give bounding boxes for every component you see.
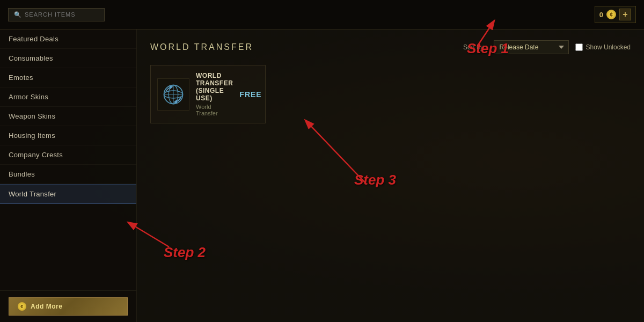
search-input[interactable] xyxy=(25,11,99,18)
coin-icon: ¢ xyxy=(606,10,616,19)
sort-label: Sort by : xyxy=(463,43,487,51)
add-more-coin-icon: ¢ xyxy=(18,302,26,311)
currency-widget: 0 ¢ + xyxy=(595,6,636,23)
add-more-button[interactable]: ¢ Add More xyxy=(9,297,128,316)
show-unlocked-checkbox[interactable] xyxy=(575,43,583,51)
add-currency-button[interactable]: + xyxy=(619,9,631,20)
sidebar-item-world-transfer[interactable]: World Transfer xyxy=(0,184,136,204)
content-header: WORLD TRANSFER Sort by : Release Date Pr… xyxy=(150,40,631,54)
sidebar-item-bundles[interactable]: Bundles xyxy=(0,165,136,184)
item-name: WORLD TRANSFER (SINGLE USE) xyxy=(196,72,233,102)
sidebar-nav: Featured Deals Consumables Emotes Armor … xyxy=(0,30,136,290)
search-box[interactable]: 🔍 xyxy=(8,8,105,21)
item-card-world-transfer[interactable]: WORLD TRANSFER (SINGLE USE) World Transf… xyxy=(150,65,266,123)
items-grid: WORLD TRANSFER (SINGLE USE) World Transf… xyxy=(150,65,631,123)
page-title: WORLD TRANSFER xyxy=(150,42,253,52)
sidebar: Featured Deals Consumables Emotes Armor … xyxy=(0,30,137,322)
sort-select[interactable]: Release Date Price: Low to High Price: H… xyxy=(494,40,569,54)
top-bar: 🔍 0 ¢ + xyxy=(0,0,644,30)
sort-controls: Sort by : Release Date Price: Low to Hig… xyxy=(463,40,631,54)
show-unlocked-label[interactable]: Show Unlocked xyxy=(586,43,631,51)
sidebar-footer: ¢ Add More xyxy=(0,290,136,322)
globe-icon xyxy=(162,83,185,106)
sidebar-item-emotes[interactable]: Emotes xyxy=(0,68,136,87)
sidebar-item-armor-skins[interactable]: Armor Skins xyxy=(0,87,136,107)
sidebar-item-consumables[interactable]: Consumables xyxy=(0,49,136,68)
item-category: World Transfer xyxy=(196,104,233,116)
content-area: Featured Deals Consumables Emotes Armor … xyxy=(0,30,644,322)
sidebar-item-company-crests[interactable]: Company Crests xyxy=(0,145,136,165)
sidebar-item-weapon-skins[interactable]: Weapon Skins xyxy=(0,107,136,126)
item-price: FREE xyxy=(239,90,261,99)
item-info: WORLD TRANSFER (SINGLE USE) World Transf… xyxy=(196,72,233,116)
search-icon: 🔍 xyxy=(14,11,21,18)
currency-amount: 0 xyxy=(599,11,603,19)
sidebar-item-housing-items[interactable]: Housing Items xyxy=(0,126,136,145)
main-container: 🔍 0 ¢ + Featured Deals Consumables Emote… xyxy=(0,0,644,322)
show-unlocked-container: Show Unlocked xyxy=(575,43,631,51)
main-content: WORLD TRANSFER Sort by : Release Date Pr… xyxy=(137,30,644,322)
sidebar-item-featured-deals[interactable]: Featured Deals xyxy=(0,30,136,49)
item-icon-box xyxy=(157,78,189,111)
